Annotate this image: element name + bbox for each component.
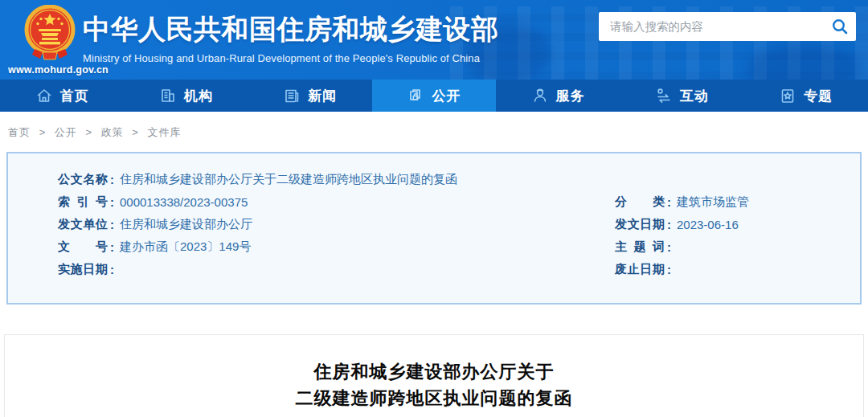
nav-item-news[interactable]: 新闻 — [248, 80, 372, 112]
breadcrumb-separator: > — [132, 126, 139, 138]
document-title-line1: 住房和城乡建设部办公厅关于 — [5, 358, 863, 385]
meta-value: 住房和城乡建设部办公厅关于二级建造师跨地区执业问题的复函 — [120, 172, 457, 187]
meta-label: 主题词 — [615, 239, 665, 255]
national-emblem-logo — [22, 5, 78, 63]
meta-colon: : — [110, 240, 114, 254]
meta-label: 发文单位 — [58, 217, 108, 232]
nav-item-interaction[interactable]: 互动 — [620, 80, 743, 112]
meta-colon: : — [110, 263, 114, 276]
service-icon — [531, 87, 549, 104]
meta-row-repeal-date: 废止日期 : — [615, 258, 749, 280]
news-icon — [283, 87, 301, 104]
meta-row-issue-date: 发文日期 : 2023-06-16 — [615, 213, 749, 235]
site-subtitle: Ministry of Housing and Urban-Rural Deve… — [83, 52, 499, 64]
meta-colon: : — [667, 195, 671, 209]
breadcrumb-separator: > — [85, 126, 92, 138]
meta-row-document-number: 文号 : 建办市函〔2023〕149号 — [8, 235, 615, 258]
main-nav: 首页 机构 新闻 公开 服务 互动 — [0, 80, 868, 112]
meta-label: 发文日期 — [615, 217, 665, 232]
meta-label: 废止日期 — [615, 262, 665, 277]
nav-item-label: 服务 — [556, 87, 585, 105]
meta-value: 住房和城乡建设部办公厅 — [120, 217, 252, 232]
meta-label: 索引号 — [58, 194, 108, 210]
breadcrumb-item-disclosure[interactable]: 公开 — [55, 126, 77, 138]
search-icon — [831, 18, 849, 35]
site-title: 中华人民共和国住房和城乡建设部 — [83, 11, 499, 48]
nav-item-label: 新闻 — [308, 87, 337, 105]
meta-row-subject-words: 主题词 : — [615, 235, 749, 258]
nav-item-label: 公开 — [432, 87, 461, 105]
meta-label: 文号 — [58, 239, 108, 255]
meta-column-left: 索引号 : 000013338/2023-00375 发文单位 : 住房和城乡建… — [8, 190, 615, 280]
meta-colon: : — [110, 173, 114, 186]
meta-label: 实施日期 — [58, 262, 108, 277]
meta-column-right: 分类 : 建筑市场监管 发文日期 : 2023-06-16 主题词 : 废止日期… — [615, 190, 749, 280]
meta-colon: : — [667, 263, 671, 276]
nav-item-organization[interactable]: 机构 — [124, 80, 248, 112]
nav-item-label: 互动 — [680, 87, 709, 105]
meta-label: 公文名称 — [58, 172, 108, 187]
meta-value: 建筑市场监管 — [677, 194, 749, 210]
document-title-line2: 二级建造师跨地区执业问题的复函 — [5, 385, 863, 411]
search-button[interactable] — [824, 12, 856, 41]
meta-grid: 索引号 : 000013338/2023-00375 发文单位 : 住房和城乡建… — [8, 190, 860, 280]
organization-icon — [159, 87, 177, 104]
meta-row-implementation-date: 实施日期 : — [8, 258, 615, 280]
national-emblem-icon — [22, 5, 78, 63]
document-meta-box: 公文名称 : 住房和城乡建设部办公厅关于二级建造师跨地区执业问题的复函 索引号 … — [6, 152, 862, 305]
nav-item-topics[interactable]: 专题 — [744, 80, 868, 112]
search-input[interactable] — [599, 20, 824, 33]
breadcrumb: 首页 > 公开 > 政策 > 文件库 — [0, 112, 868, 152]
breadcrumb-item-policy[interactable]: 政策 — [101, 126, 124, 138]
home-icon — [35, 87, 53, 104]
breadcrumb-separator: > — [39, 126, 47, 138]
breadcrumb-item-library[interactable]: 文件库 — [148, 126, 182, 138]
nav-item-label: 专题 — [804, 87, 833, 105]
site-header: www.mohurd.gov.cn 中华人民共和国住房和城乡建设部 Minist… — [0, 0, 868, 80]
site-title-block: 中华人民共和国住房和城乡建设部 Ministry of Housing and … — [83, 11, 499, 64]
meta-row-category: 分类 : 建筑市场监管 — [615, 190, 749, 213]
meta-colon: : — [667, 218, 671, 231]
site-url: www.mohurd.gov.cn — [8, 64, 92, 76]
document-content-box: 住房和城乡建设部办公厅关于 二级建造师跨地区执业问题的复函 — [4, 334, 864, 417]
nav-item-home[interactable]: 首页 — [0, 80, 124, 112]
disclosure-icon — [407, 87, 424, 104]
nav-item-label: 首页 — [60, 87, 89, 105]
meta-value: 建办市函〔2023〕149号 — [120, 239, 251, 255]
meta-label: 分类 — [615, 194, 665, 210]
meta-colon: : — [110, 218, 114, 231]
meta-row-index-number: 索引号 : 000013338/2023-00375 — [8, 190, 615, 213]
search-box — [599, 12, 856, 41]
meta-value: 000013338/2023-00375 — [120, 195, 248, 209]
nav-item-disclosure[interactable]: 公开 — [372, 80, 496, 112]
meta-row-document-name: 公文名称 : 住房和城乡建设部办公厅关于二级建造师跨地区执业问题的复函 — [8, 168, 860, 190]
breadcrumb-item-home[interactable]: 首页 — [8, 126, 31, 138]
meta-row-issuing-unit: 发文单位 : 住房和城乡建设部办公厅 — [8, 213, 615, 235]
nav-item-services[interactable]: 服务 — [496, 80, 620, 112]
interaction-icon — [655, 87, 673, 104]
meta-colon: : — [667, 240, 671, 254]
nav-item-label: 机构 — [184, 87, 213, 105]
meta-colon: : — [110, 195, 114, 209]
meta-value: 2023-06-16 — [677, 218, 739, 231]
topics-icon — [779, 87, 796, 104]
